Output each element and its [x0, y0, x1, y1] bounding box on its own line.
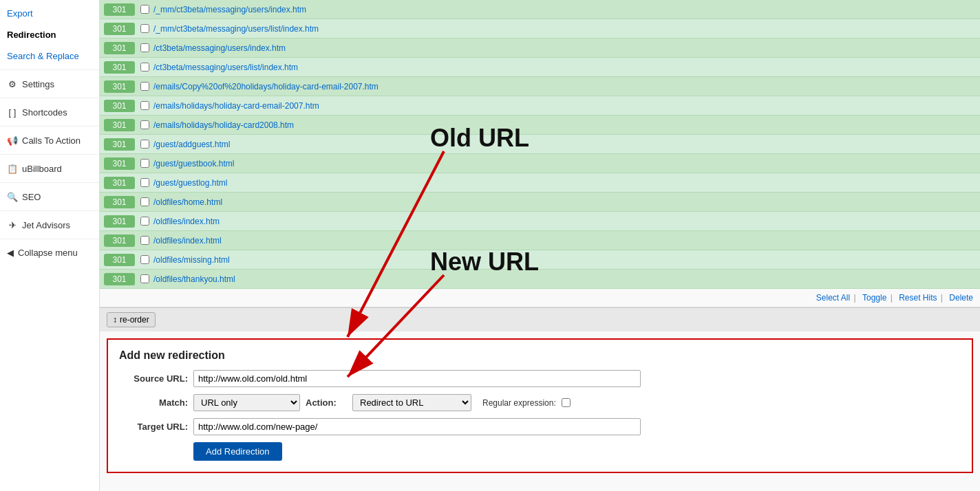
- row-checkbox[interactable]: [140, 5, 149, 14]
- sidebar-item-jet-advisors[interactable]: ✈ Jet Advisors: [0, 214, 99, 236]
- add-redirect-title: Add new redirection: [119, 349, 961, 362]
- table-row: 301 /emails/holidays/holiday-card-email-…: [100, 96, 980, 116]
- sidebar-divider-7: [0, 239, 99, 239]
- table-row: 301 /guest/addguest.html: [100, 135, 980, 154]
- collapse-icon: ◀: [7, 248, 14, 258]
- table-row: 301 /ct3beta/messaging/users/list/index.…: [100, 58, 980, 77]
- add-redirection-button[interactable]: Add Redirection: [193, 442, 282, 461]
- export-link[interactable]: Export: [7, 8, 33, 19]
- source-url-row: Source URL:: [119, 370, 961, 387]
- bottom-bar: ↕ re-order: [100, 307, 980, 331]
- sidebar-divider-5: [0, 182, 99, 183]
- row-checkbox[interactable]: [140, 217, 149, 226]
- table-row: 301 /_mm/ct3beta/messaging/users/index.h…: [100, 0, 980, 19]
- table-row: 301 /oldfiles/index.htm: [100, 212, 980, 231]
- sidebar-item-redirection[interactable]: Redirection: [0, 24, 99, 45]
- match-row: Match: URL only URL and referrer URL and…: [119, 394, 961, 411]
- table-row: 301 /guest/guestbook.html: [100, 154, 980, 173]
- sidebar-divider-4: [0, 154, 99, 155]
- billboard-icon: 📋: [7, 163, 18, 174]
- sidebar-item-calls-to-action[interactable]: 📢 Calls To Action: [0, 129, 99, 151]
- target-url-row: Target URL:: [119, 418, 961, 435]
- reorder-icon: ↕: [113, 315, 117, 325]
- redirect-url[interactable]: /ct3beta/messaging/users/list/index.htm: [153, 63, 298, 72]
- match-label: Match:: [119, 397, 188, 408]
- table-row: 301 /emails/Copy%20of%20holidays/holiday…: [100, 77, 980, 96]
- action-select[interactable]: Redirect to URL Redirect to random post …: [352, 394, 471, 411]
- row-checkbox[interactable]: [140, 178, 149, 187]
- sidebar-item-search-replace[interactable]: Search & Replace: [0, 45, 99, 67]
- redirect-url[interactable]: /emails/holidays/holiday-card2008.htm: [153, 120, 294, 130]
- target-url-label: Target URL:: [119, 422, 188, 432]
- row-checkbox[interactable]: [140, 63, 149, 72]
- gear-icon: ⚙: [7, 78, 18, 89]
- sidebar: Export Redirection Search & Replace ⚙ Se…: [0, 0, 100, 491]
- row-checkbox[interactable]: [140, 159, 149, 168]
- source-url-label: Source URL:: [119, 373, 188, 384]
- redirect-url[interactable]: /guest/guestlog.html: [153, 178, 227, 188]
- row-checkbox[interactable]: [140, 140, 149, 149]
- separator: |: [941, 293, 943, 303]
- separator: |: [853, 293, 855, 303]
- add-button-row: Add Redirection: [119, 442, 961, 461]
- add-redirection-box: Add new redirection Source URL: Match: U…: [107, 338, 973, 473]
- row-checkbox[interactable]: [140, 43, 149, 52]
- sidebar-item-shortcodes[interactable]: [ ] Shortcodes: [0, 101, 99, 123]
- table-row: 301 /_mm/ct3beta/messaging/users/list/in…: [100, 19, 980, 39]
- redirect-url[interactable]: /oldfiles/index.htm: [153, 217, 220, 226]
- row-checkbox[interactable]: [140, 197, 149, 206]
- table-row: 301 /guest/guestlog.html: [100, 173, 980, 193]
- sidebar-item-ubillboard[interactable]: 📋 uBillboard: [0, 157, 99, 179]
- main-content: 301 /_mm/ct3beta/messaging/users/index.h…: [100, 0, 980, 491]
- redirect-url[interactable]: /oldfiles/home.html: [153, 197, 222, 207]
- toggle-link[interactable]: Toggle: [862, 293, 886, 303]
- action-label: Action:: [306, 397, 347, 408]
- sidebar-divider-3: [0, 126, 99, 127]
- sidebar-item-settings[interactable]: ⚙ Settings: [0, 73, 99, 95]
- table-row: 301 /oldfiles/thankyou.html: [100, 270, 980, 289]
- redirect-url[interactable]: /_mm/ct3beta/messaging/users/index.htm: [153, 5, 306, 14]
- sidebar-divider-6: [0, 210, 99, 211]
- regex-checkbox[interactable]: [562, 398, 571, 407]
- row-checkbox[interactable]: [140, 255, 149, 264]
- sidebar-divider-1: [0, 69, 99, 70]
- brackets-icon: [ ]: [7, 107, 18, 118]
- table-row: 301 /oldfiles/index.html: [100, 231, 980, 250]
- redirect-url[interactable]: /emails/holidays/holiday-card-email-2007…: [153, 101, 319, 111]
- table-row: 301 /emails/holidays/holiday-card2008.ht…: [100, 116, 980, 135]
- redirect-url[interactable]: /guest/addguest.html: [153, 140, 230, 149]
- jet-icon: ✈: [7, 219, 18, 230]
- sidebar-divider-2: [0, 98, 99, 98]
- redirect-url[interactable]: /guest/guestbook.html: [153, 159, 234, 168]
- row-checkbox[interactable]: [140, 274, 149, 283]
- table-row: 301 /oldfiles/home.html: [100, 193, 980, 212]
- redirect-list: 301 /_mm/ct3beta/messaging/users/index.h…: [100, 0, 980, 289]
- action-bar: Select All | Toggle | Reset Hits | Delet…: [100, 289, 980, 307]
- select-all-link[interactable]: Select All: [816, 293, 850, 303]
- target-url-input[interactable]: [193, 418, 641, 435]
- row-checkbox[interactable]: [140, 82, 149, 91]
- source-url-input[interactable]: [193, 370, 641, 387]
- redirect-url[interactable]: /emails/Copy%20of%20holidays/holiday-car…: [153, 82, 379, 91]
- megaphone-icon: 📢: [7, 135, 18, 146]
- separator: |: [891, 293, 893, 303]
- row-checkbox[interactable]: [140, 101, 149, 110]
- sidebar-item-seo[interactable]: 🔍 SEO: [0, 186, 99, 208]
- row-checkbox[interactable]: [140, 120, 149, 129]
- seo-icon: 🔍: [7, 191, 18, 202]
- sidebar-item-collapse[interactable]: ◀ Collapse menu: [0, 242, 99, 263]
- redirect-url[interactable]: /_mm/ct3beta/messaging/users/list/index.…: [153, 24, 319, 34]
- row-checkbox[interactable]: [140, 236, 149, 245]
- redirect-url[interactable]: /oldfiles/thankyou.html: [153, 274, 235, 284]
- sidebar-item-export[interactable]: Export: [0, 3, 99, 24]
- reorder-button[interactable]: ↕ re-order: [107, 312, 156, 327]
- redirect-url[interactable]: /oldfiles/missing.html: [153, 255, 230, 265]
- redirect-url[interactable]: /ct3beta/messaging/users/index.htm: [153, 43, 286, 53]
- regex-label: Regular expression:: [482, 398, 556, 408]
- redirect-url[interactable]: /oldfiles/index.html: [153, 236, 222, 246]
- reset-hits-link[interactable]: Reset Hits: [899, 293, 937, 303]
- row-checkbox[interactable]: [140, 24, 149, 33]
- delete-link[interactable]: Delete: [949, 293, 973, 303]
- search-replace-link[interactable]: Search & Replace: [7, 51, 79, 61]
- match-select[interactable]: URL only URL and referrer URL and login …: [193, 394, 300, 411]
